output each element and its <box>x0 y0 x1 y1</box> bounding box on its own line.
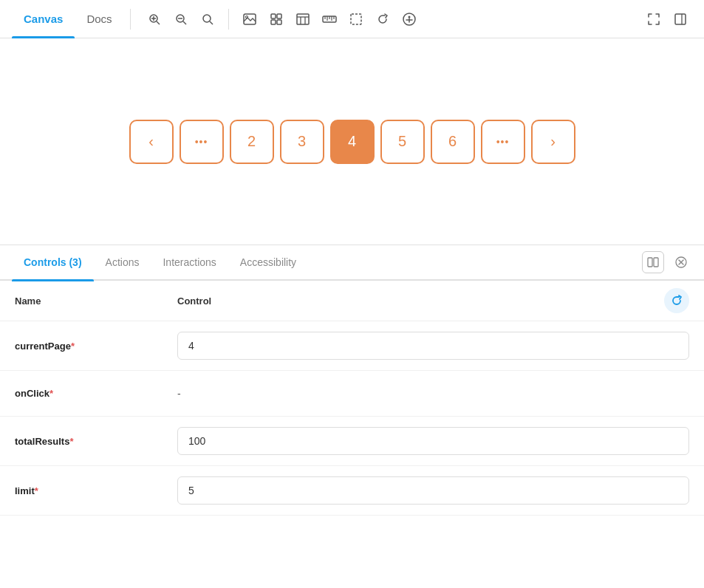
toolbar-icons <box>143 7 421 31</box>
svg-rect-30 <box>675 14 686 24</box>
image-icon[interactable] <box>238 7 262 31</box>
toolbar-divider-1 <box>228 9 229 30</box>
svg-point-27 <box>408 16 410 18</box>
tab-controls[interactable]: Controls (3) <box>12 245 94 280</box>
page-3-btn[interactable]: 3 <box>280 120 324 164</box>
pagination-component: ‹ ••• 2 3 4 5 6 ••• › <box>129 120 575 164</box>
tab-actions[interactable]: Actions <box>94 245 151 280</box>
tab-canvas[interactable]: Canvas <box>12 0 75 38</box>
bottom-panel: Controls (3) Actions Interactions Access… <box>0 245 704 588</box>
required-star-current-page: * <box>71 341 75 352</box>
label-current-page: currentPage* <box>15 341 177 352</box>
svg-rect-11 <box>271 14 276 18</box>
panel-tabs: Controls (3) Actions Interactions Access… <box>0 245 704 281</box>
ruler-icon[interactable] <box>318 7 341 31</box>
ellipsis-right-btn[interactable]: ••• <box>481 120 525 164</box>
ellipsis-left-btn[interactable]: ••• <box>180 120 224 164</box>
sidebar-icon[interactable] <box>669 7 692 31</box>
svg-line-8 <box>210 21 213 24</box>
fullscreen-icon[interactable] <box>642 7 666 31</box>
next-btn[interactable]: › <box>531 120 575 164</box>
header-name: Name <box>15 295 177 307</box>
input-total-results[interactable] <box>177 427 689 455</box>
nav-divider <box>130 9 131 30</box>
label-limit: limit* <box>15 485 177 496</box>
close-icon[interactable] <box>670 251 692 273</box>
search-icon[interactable] <box>196 7 219 31</box>
svg-point-7 <box>203 15 211 22</box>
svg-rect-32 <box>648 258 652 267</box>
controls-header: Name Control <box>0 281 704 321</box>
input-limit[interactable] <box>177 476 689 505</box>
svg-rect-15 <box>297 14 309 24</box>
value-on-click: - <box>177 387 689 400</box>
svg-line-1 <box>157 21 160 24</box>
tab-docs[interactable]: Docs <box>75 0 123 38</box>
row-total-results: totalResults* <box>0 417 704 466</box>
on-click-dash: - <box>177 388 181 400</box>
svg-rect-14 <box>277 20 281 24</box>
tab-accessibility[interactable]: Accessibility <box>228 245 308 280</box>
label-on-click: onClick* <box>15 388 177 399</box>
svg-rect-25 <box>351 14 361 24</box>
accessibility-icon[interactable] <box>397 7 421 31</box>
header-control: Control <box>177 295 664 307</box>
controls-table: Name Control currentPage* onClick* - <box>0 281 704 516</box>
value-total-results <box>177 427 689 455</box>
page-2-btn[interactable]: 2 <box>230 120 274 164</box>
value-limit <box>177 476 689 505</box>
top-nav: Canvas Docs <box>0 0 704 38</box>
required-star-total-results: * <box>69 436 73 447</box>
refresh-icon[interactable] <box>371 7 394 31</box>
tab-interactions[interactable]: Interactions <box>151 245 228 280</box>
row-limit: limit* <box>0 466 704 516</box>
value-current-page <box>177 332 689 360</box>
right-toolbar-icons <box>642 7 692 31</box>
grid-icon[interactable] <box>264 7 288 31</box>
page-6-btn[interactable]: 6 <box>431 120 475 164</box>
page-4-btn[interactable]: 4 <box>330 120 375 164</box>
label-total-results: totalResults* <box>15 436 177 447</box>
table-icon[interactable] <box>291 7 315 31</box>
page-5-btn[interactable]: 5 <box>380 120 425 164</box>
zoom-in-icon[interactable] <box>143 7 166 31</box>
panel-tab-icons <box>642 251 692 273</box>
required-star-limit: * <box>35 485 38 496</box>
svg-rect-12 <box>277 14 281 18</box>
required-star-on-click: * <box>49 388 53 399</box>
svg-rect-33 <box>654 258 658 267</box>
svg-line-5 <box>183 21 186 24</box>
canvas-area: ‹ ••• 2 3 4 5 6 ••• › <box>0 38 704 245</box>
reset-button[interactable] <box>664 288 689 313</box>
svg-rect-13 <box>271 20 276 24</box>
input-current-page[interactable] <box>177 332 689 360</box>
split-view-icon[interactable] <box>642 251 664 273</box>
zoom-out-icon[interactable] <box>169 7 193 31</box>
selection-icon[interactable] <box>344 7 368 31</box>
row-current-page: currentPage* <box>0 321 704 371</box>
prev-btn[interactable]: ‹ <box>129 120 174 164</box>
row-on-click: onClick* - <box>0 371 704 417</box>
